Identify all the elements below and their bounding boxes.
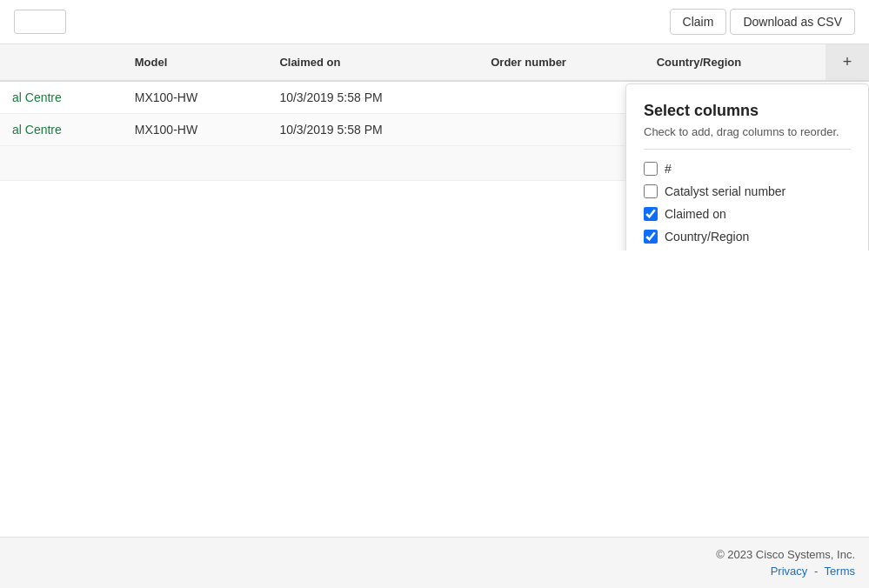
column-item-hash: # xyxy=(644,162,851,176)
panel-title: Select columns xyxy=(644,102,851,120)
panel-description: Check to add, drag columns to reorder. xyxy=(644,125,851,138)
panel-divider xyxy=(644,149,851,150)
column-checkboxes-container: #Catalyst serial numberClaimed onCountry… xyxy=(644,162,851,251)
download-csv-button[interactable]: Download as CSV xyxy=(730,9,855,35)
col-country-region: Country/Region xyxy=(645,44,826,81)
cell-claimed-on: 10/3/2019 5:58 PM xyxy=(267,114,478,146)
col-name xyxy=(0,44,123,81)
checkbox-country_region[interactable] xyxy=(644,230,658,244)
cell-model: MX100-HW xyxy=(123,81,268,114)
claim-button[interactable]: Claim xyxy=(670,9,727,35)
label-country_region[interactable]: Country/Region xyxy=(665,230,749,244)
col-model: Model xyxy=(123,44,268,81)
column-item-claimed_on: Claimed on xyxy=(644,207,851,221)
search-input[interactable] xyxy=(14,10,66,34)
checkbox-hash[interactable] xyxy=(644,162,658,176)
cell-order-number xyxy=(478,81,644,114)
label-catalyst_serial[interactable]: Catalyst serial number xyxy=(665,184,785,198)
col-order-number: Order number xyxy=(478,44,644,81)
checkbox-claimed_on[interactable] xyxy=(644,207,658,221)
cell-name[interactable]: al Centre xyxy=(0,81,123,114)
cell-name[interactable]: al Centre xyxy=(0,114,123,146)
cell-claimed-on: 10/3/2019 5:58 PM xyxy=(267,81,478,114)
label-hash[interactable]: # xyxy=(665,162,672,176)
column-item-country_region: Country/Region xyxy=(644,230,851,244)
col-claimed-on: Claimed on xyxy=(267,44,478,81)
column-select-panel: Select columns Check to add, drag column… xyxy=(625,84,869,251)
cell-model: MX100-HW xyxy=(123,114,268,146)
label-claimed_on[interactable]: Claimed on xyxy=(665,207,726,221)
checkbox-catalyst_serial[interactable] xyxy=(644,184,658,198)
table-header-row: Model Claimed on Order number Country/Re… xyxy=(0,44,869,81)
column-item-catalyst_serial: Catalyst serial number xyxy=(644,184,851,198)
add-column-button[interactable]: + xyxy=(826,44,869,81)
cell-order-number xyxy=(478,114,644,146)
